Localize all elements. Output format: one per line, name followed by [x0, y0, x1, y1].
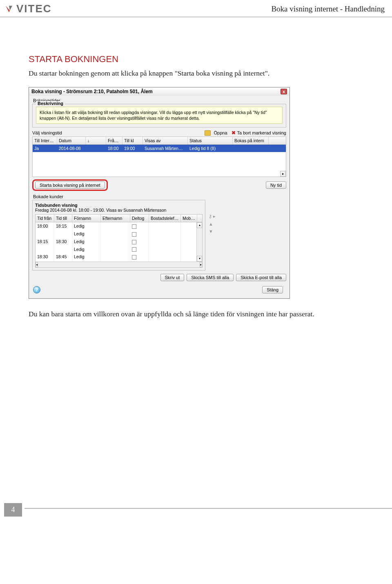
- scroll-right-icon[interactable]: ▸: [280, 171, 286, 177]
- grid2-cell: 18:45: [54, 253, 72, 261]
- delete-button[interactable]: Ta bort markerad visning: [232, 130, 286, 136]
- grid1-cell: [86, 145, 106, 152]
- document-title: Boka visning internet - Handledning: [271, 4, 385, 13]
- vertical-scrollbar[interactable]: ▴ ▾: [196, 222, 202, 262]
- checkbox-icon[interactable]: [132, 224, 136, 229]
- grid2-header: Tid från Tid till Förnamn Efternamn Delt…: [36, 215, 202, 222]
- page-footer: 4: [0, 508, 392, 530]
- group-bokningstider-label: Bokningstider: [33, 98, 286, 103]
- grid2-cell: [54, 230, 72, 238]
- grid1-col-1: Datum: [57, 137, 86, 144]
- close-icon[interactable]: x: [281, 89, 287, 94]
- grid2-col-1: Tid till: [54, 215, 72, 222]
- page-number: 4: [4, 503, 22, 517]
- viewing-times-grid[interactable]: Till Internet Datum ↓ Från kl Till kl Vi…: [32, 136, 286, 177]
- scroll-down-icon[interactable]: ▾: [197, 256, 202, 262]
- footer-rule: [24, 508, 392, 509]
- checkbox-icon[interactable]: [132, 247, 136, 252]
- grid2-cell: Ledig: [72, 230, 101, 238]
- description-text: Klicka i listan för att välja bokning ti…: [36, 107, 283, 124]
- open-button[interactable]: Öppna: [205, 130, 227, 136]
- checkbox-icon[interactable]: [132, 255, 136, 260]
- open-label: Öppna: [214, 130, 227, 135]
- grid2-col-0: Tid från: [36, 215, 54, 222]
- grid2-cell: [101, 222, 130, 230]
- side-tool-icons: ⚷ ▸ ▲ ▼: [209, 214, 216, 234]
- grid2-cell: Ledig: [72, 253, 101, 261]
- start-booking-button[interactable]: Starta boka visning på internet: [35, 181, 105, 189]
- scroll-left-icon[interactable]: ◂: [36, 262, 38, 267]
- grid2-col-3: Efternamn: [101, 215, 130, 222]
- grid2-cell: [101, 238, 130, 246]
- grid1-row-selected[interactable]: Ja 2014-08-08 18:00 19:00 Susannah Mårte…: [33, 145, 286, 152]
- grid1-cell: Ja: [33, 145, 57, 152]
- dialog-title-text: Boka visning - Strömsrum 2:10, Pataholm …: [31, 89, 153, 94]
- grid2-col-5: Bostadstelefon: [149, 215, 181, 222]
- intro-paragraph: Du startar bokningen genom att klicka på…: [29, 68, 363, 79]
- checkbox-icon[interactable]: [132, 232, 136, 237]
- page-header: VITEC Boka visning internet - Handlednin…: [0, 0, 392, 17]
- grid1-col-4: Till kl: [122, 137, 143, 144]
- grid2-cell: [101, 246, 130, 253]
- grid2-cell: [181, 230, 197, 238]
- grid2-cell: [54, 246, 72, 253]
- print-button[interactable]: Skriv ut: [160, 274, 185, 281]
- grid2-cell: 18:00: [36, 222, 54, 230]
- grid1-cell: 19:00: [122, 145, 143, 152]
- grid2-cell: [130, 253, 149, 261]
- down-arrow-icon[interactable]: ▼: [209, 229, 216, 234]
- section-heading: STARTA BOKNINGEN: [29, 54, 363, 65]
- grid2-cell: [149, 246, 181, 253]
- grid2-cell: [130, 246, 149, 253]
- grid2-cell: [130, 238, 149, 246]
- bk-subtitle: Fredag 2014-08-08 kl. 18:00 - 19:00. Vis…: [35, 208, 203, 213]
- description-fieldset: Beskrivning Klicka i listan för att välj…: [32, 104, 286, 128]
- grid2-cell: [130, 230, 149, 238]
- horizontal-scrollbar[interactable]: ◂ ▸: [36, 262, 202, 267]
- toolbar-left-label: Välj visningstid: [32, 130, 62, 135]
- grid2-cell: [149, 238, 181, 246]
- grid2-cell: [181, 222, 197, 230]
- checkbox-icon[interactable]: [132, 240, 136, 244]
- grid1-col-6: Status: [188, 137, 233, 144]
- grid1-col-0: Till Internet: [33, 137, 57, 144]
- delete-label: Ta bort markerad visning: [237, 130, 286, 135]
- grid2-row[interactable]: Ledig: [36, 246, 202, 253]
- grid2-row[interactable]: Ledig: [36, 230, 202, 238]
- up-arrow-icon[interactable]: ▲: [209, 222, 216, 226]
- grid2-cell: [101, 230, 130, 238]
- description-legend: Beskrivning: [36, 101, 65, 106]
- start-button-highlight: Starta boka visning på internet: [32, 179, 108, 191]
- grid2-cell: [149, 222, 181, 230]
- grid2-row[interactable]: 18:1518:30Ledig: [36, 238, 202, 246]
- grid2-cell: Ledig: [72, 246, 101, 253]
- grid2-cell: [149, 253, 181, 261]
- help-icon[interactable]: ?: [33, 286, 40, 293]
- grid1-cell: Susannah Mårten…: [143, 145, 188, 152]
- grid2-cell: [181, 238, 197, 246]
- grid2-cell: [130, 222, 149, 230]
- grid2-cell: [181, 246, 197, 253]
- grid2-cell: 18:30: [36, 253, 54, 261]
- key-icon[interactable]: ⚷ ▸: [209, 214, 216, 219]
- grid2-row[interactable]: 18:0018:15Ledig: [36, 222, 202, 230]
- scroll-right-icon[interactable]: ▸: [200, 262, 202, 267]
- grid1-toolbar: Välj visningstid Öppna Ta bort markerad …: [32, 130, 286, 136]
- grid2-cell: [101, 253, 130, 261]
- send-email-button[interactable]: Skicka E-post till alla: [236, 274, 286, 281]
- grid2-cell: 18:15: [36, 238, 54, 246]
- scroll-up-icon[interactable]: ▴: [197, 222, 202, 228]
- bk-title: Tidsbunden visning: [35, 203, 203, 208]
- close-button[interactable]: Stäng: [262, 286, 283, 293]
- new-time-button[interactable]: Ny tid: [266, 181, 286, 189]
- booked-customers-panel: Tidsbunden visning Fredag 2014-08-08 kl.…: [32, 200, 205, 271]
- grid2-col-2: Förnamn: [72, 215, 101, 222]
- send-sms-button[interactable]: Skicka SMS till alla: [187, 274, 234, 281]
- grid1-cell: Ledig tid 8 (8): [188, 145, 233, 152]
- grid2-row[interactable]: 18:3018:45Ledig: [36, 253, 202, 261]
- grid2-cell: 18:15: [54, 222, 72, 230]
- grid2-cell: Ledig: [72, 222, 101, 230]
- booked-customers-grid[interactable]: Tid från Tid till Förnamn Efternamn Delt…: [35, 214, 203, 268]
- grid2-cell: [181, 253, 197, 261]
- group-bokade-label: Bokade kunder: [33, 194, 286, 199]
